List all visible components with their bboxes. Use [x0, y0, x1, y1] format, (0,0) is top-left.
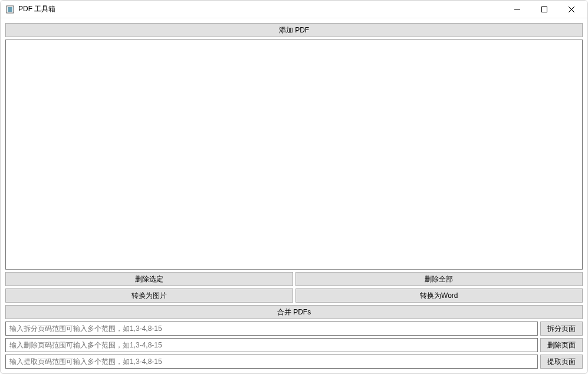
convert-row: 转换为图片 转换为Word [5, 288, 583, 303]
pdf-listbox[interactable] [5, 40, 583, 270]
split-row: 拆分页面 [5, 321, 583, 336]
app-icon [5, 5, 15, 14]
extract-pages-button[interactable]: 提取页面 [540, 355, 583, 369]
convert-image-button[interactable]: 转换为图片 [5, 288, 293, 303]
delete-all-button[interactable]: 删除全部 [295, 272, 583, 286]
maximize-button[interactable] [531, 1, 558, 18]
titlebar: PDF 工具箱 [1, 1, 587, 18]
delete-row: 删除选定 删除全部 [5, 272, 583, 286]
minimize-button[interactable] [504, 1, 531, 18]
convert-word-button[interactable]: 转换为Word [295, 288, 583, 303]
main-content: 添加 PDF 删除选定 删除全部 转换为图片 转换为Word 合并 PDFs 拆… [1, 18, 587, 373]
delete-selected-button[interactable]: 删除选定 [5, 272, 293, 286]
extract-range-input[interactable] [5, 355, 538, 369]
window-title: PDF 工具箱 [18, 4, 504, 14]
close-button[interactable] [558, 1, 585, 18]
extract-row: 提取页面 [5, 355, 583, 369]
delete-pages-row: 删除页面 [5, 338, 583, 352]
svg-rect-1 [8, 7, 12, 12]
split-range-input[interactable] [5, 321, 538, 336]
delete-pages-button[interactable]: 删除页面 [540, 338, 583, 352]
delete-range-input[interactable] [5, 338, 538, 352]
merge-pdfs-button[interactable]: 合并 PDFs [5, 305, 583, 319]
add-pdf-button[interactable]: 添加 PDF [5, 23, 583, 37]
svg-rect-3 [542, 6, 547, 12]
split-pages-button[interactable]: 拆分页面 [540, 321, 583, 336]
window-controls [504, 1, 585, 18]
